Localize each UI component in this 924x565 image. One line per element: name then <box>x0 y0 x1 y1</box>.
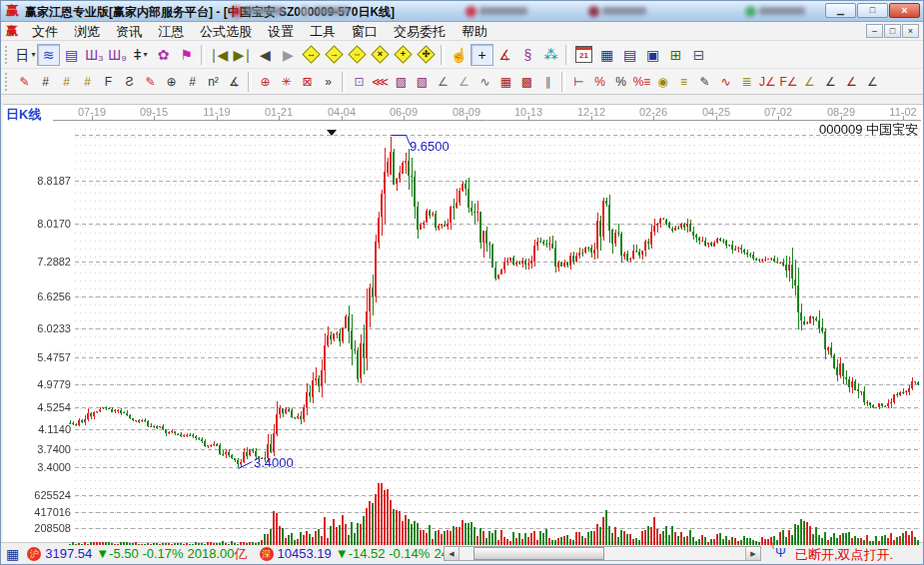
toolbar-grip[interactable] <box>5 73 10 91</box>
blurred-chat-item[interactable] <box>588 4 650 18</box>
f-angle-button[interactable]: F∠ <box>778 72 799 92</box>
zigzag-line-button[interactable]: ∿ <box>474 72 495 92</box>
zoom-h-out-button[interactable]: ↔ <box>300 44 323 66</box>
gold-channel-button[interactable]: ≣ <box>736 72 757 92</box>
gold-angle-button[interactable]: ∠ <box>799 72 820 92</box>
blurred-chat-item[interactable] <box>745 4 811 18</box>
goto-first-button[interactable]: ∣◀ <box>208 44 231 66</box>
toolbar-grip[interactable] <box>5 46 10 64</box>
high-price-annotation[interactable]: 9.6500 <box>410 139 450 154</box>
minute-9-chart-button[interactable]: Ш₉ <box>106 44 129 66</box>
next-bar-button[interactable]: ▶ <box>277 44 300 66</box>
grid-box-button[interactable]: ▦ <box>495 72 516 92</box>
chevron-down-icon[interactable]: ▾ <box>144 50 148 59</box>
grid-box-2-button[interactable]: ▩ <box>516 72 537 92</box>
zoom-all-in-button[interactable]: + <box>392 44 415 66</box>
info-list-button[interactable]: ▤ <box>60 44 83 66</box>
gann-wheel-button[interactable]: ⊕ <box>255 72 276 92</box>
wave-brain-button[interactable]: ⁂ <box>539 44 562 66</box>
pan-hand-button[interactable]: ☝ <box>448 44 470 66</box>
calculator-button[interactable]: ▦ <box>595 44 618 66</box>
blurred-chat-item[interactable] <box>465 4 533 18</box>
zoom-all-out-button[interactable]: ✣ <box>415 44 438 66</box>
mdi-restore-button[interactable]: □ <box>884 24 901 38</box>
mdi-close-button[interactable]: × <box>902 24 919 38</box>
fan-box-button[interactable]: ▨ <box>391 72 412 92</box>
zone-chart-button[interactable]: ≋ <box>37 44 60 66</box>
scale-ruler-button[interactable]: ⊢ <box>568 72 589 92</box>
prev-bar-button[interactable]: ◀ <box>254 44 277 66</box>
more-tools-button[interactable]: » <box>318 72 339 92</box>
gold-lines-button[interactable]: ≡ <box>673 72 694 92</box>
parallel-lines-button[interactable]: ∥ <box>537 72 558 92</box>
angle-measure-button[interactable]: ∡ <box>493 44 516 66</box>
x-angle-button[interactable]: ∠ <box>862 72 883 92</box>
percent-button[interactable]: % <box>610 72 631 92</box>
time-grid-button[interactable]: # <box>35 72 56 92</box>
candle-style-button[interactable]: ǂ▾ <box>129 44 152 66</box>
blurred-chat-item[interactable] <box>231 4 289 18</box>
menu-浏览[interactable]: 浏览 <box>66 24 108 39</box>
menu-文件[interactable]: 文件 <box>24 24 66 39</box>
gold-section-button[interactable]: ◉ <box>652 72 673 92</box>
draw-pen-button[interactable]: ✎ <box>14 72 35 92</box>
cycle-circle-button[interactable]: ⊕ <box>161 72 182 92</box>
fibonacci-grid-button[interactable]: F <box>98 72 119 92</box>
angle-line-button[interactable]: ∠ <box>433 72 454 92</box>
n-square-button[interactable]: n² <box>203 72 224 92</box>
mdi-minimize-button[interactable]: – <box>866 24 883 38</box>
percent-lines-button[interactable]: %≡ <box>631 72 652 92</box>
menu-交易委托[interactable]: 交易委托 <box>386 24 454 39</box>
flag-tool-button[interactable]: ⚑ <box>175 44 198 66</box>
goto-last-button[interactable]: ▶∣ <box>231 44 254 66</box>
connection-status-text[interactable]: 已断开,双点打开. <box>795 546 893 564</box>
stamp-tool-button[interactable]: ✿ <box>152 44 175 66</box>
wave-ruler-button[interactable]: ∿ <box>715 72 736 92</box>
pen-ruler-button[interactable]: ✎ <box>694 72 715 92</box>
percent-line-button[interactable]: % <box>589 72 610 92</box>
scrollbar-track[interactable] <box>460 547 745 560</box>
menu-江恩[interactable]: 江恩 <box>150 24 192 39</box>
scroll-left-arrow-icon[interactable]: ◀ <box>445 547 460 560</box>
angle-a-button[interactable]: ∡ <box>224 72 245 92</box>
menu-帮助[interactable]: 帮助 <box>454 24 495 39</box>
fan-box-2-button[interactable]: ▧ <box>412 72 433 92</box>
square-web-button[interactable]: ⊠ <box>297 72 318 92</box>
maximize-button[interactable]: □ <box>857 3 888 18</box>
low-price-annotation[interactable]: 3.4000 <box>254 455 294 470</box>
win-angle-button[interactable]: ∠ <box>841 72 862 92</box>
menu-工具[interactable]: 工具 <box>302 24 344 39</box>
data-transfer-button[interactable]: ⊟ <box>687 44 710 66</box>
minimize-button[interactable]: ▁ <box>825 3 856 18</box>
crosshair-button[interactable]: + <box>470 44 493 66</box>
save-button[interactable]: ▣ <box>641 44 664 66</box>
scrollbar-thumb[interactable] <box>473 547 604 560</box>
compress-h-button[interactable]: × <box>369 44 392 66</box>
ruler-grid-button[interactable]: # <box>182 72 203 92</box>
menu-资讯[interactable]: 资讯 <box>108 24 150 39</box>
chevron-down-icon[interactable]: ▾ <box>31 50 35 59</box>
calendar-button[interactable]: 21 <box>572 44 595 66</box>
gold-grid-button[interactable]: # <box>56 72 77 92</box>
export-web-button[interactable]: ⊞ <box>664 44 687 66</box>
spiral-grid-button[interactable]: Ƨ <box>119 72 140 92</box>
brush-tool-button[interactable]: ✎ <box>140 72 161 92</box>
speed-line-button[interactable]: ∠ <box>820 72 841 92</box>
scroll-right-arrow-icon[interactable]: ▶ <box>745 547 760 560</box>
zoom-h-in-button[interactable]: → <box>323 44 346 66</box>
chart-horizontal-scrollbar[interactable]: ◀ ▶ <box>444 546 761 561</box>
calculator-status-icon[interactable]: ▦ <box>6 546 19 562</box>
expand-h-button[interactable]: ⇔ <box>346 44 369 66</box>
kline-chart-canvas[interactable] <box>3 105 923 546</box>
box-tool-button[interactable]: ⊡ <box>349 72 370 92</box>
angle-line-2-button[interactable]: ∠ <box>454 72 474 92</box>
j-angle-button[interactable]: J∠ <box>757 72 778 92</box>
gann-fan-button[interactable]: ⋘ <box>370 72 391 92</box>
close-button[interactable]: × <box>889 3 920 18</box>
notes-button[interactable]: ▤ <box>618 44 641 66</box>
gold-grid-2-button[interactable]: # <box>77 72 98 92</box>
blurred-chat-item[interactable] <box>300 4 352 18</box>
menu-窗口[interactable]: 窗口 <box>344 24 386 39</box>
gann-stamp-button[interactable]: § <box>516 44 539 66</box>
minute-3-chart-button[interactable]: Ш₃ <box>83 44 106 66</box>
